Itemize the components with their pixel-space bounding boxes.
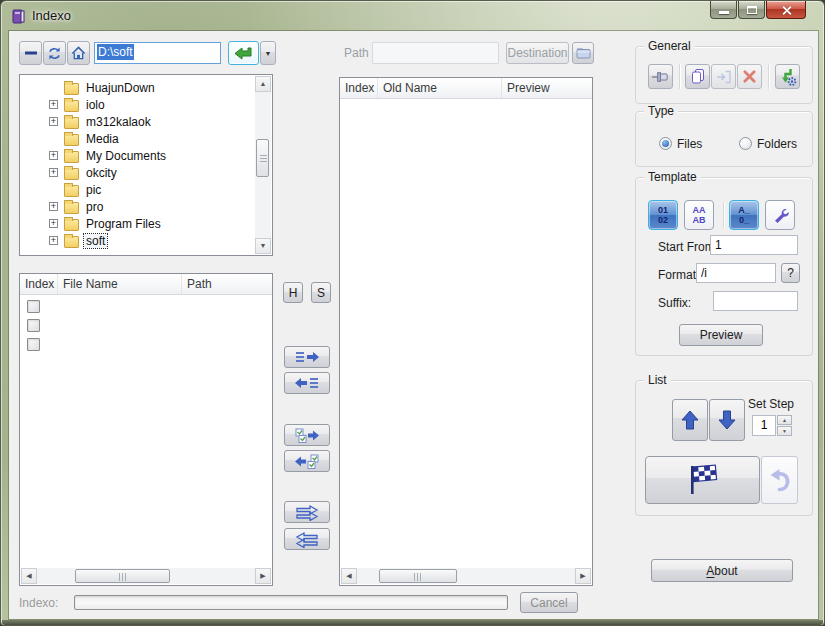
cancel-button[interactable]: Cancel <box>520 592 578 613</box>
scroll-down-arrow[interactable]: ▼ <box>255 238 271 254</box>
preview-button[interactable]: Preview <box>679 324 763 346</box>
tree-item[interactable]: + Program Files <box>20 215 254 232</box>
start-rename-button[interactable] <box>645 456 760 504</box>
pin-button[interactable] <box>648 64 673 89</box>
column-header[interactable]: Preview <box>502 78 592 98</box>
expand-plus-icon[interactable]: + <box>49 117 58 126</box>
scroll-up-arrow[interactable]: ▲ <box>255 76 271 92</box>
tree-item-label[interactable]: okcity <box>84 166 119 180</box>
column-header[interactable]: File Name <box>58 274 182 294</box>
scrollbar-thumb[interactable] <box>379 569 457 583</box>
expand-plus-icon[interactable]: + <box>49 202 58 211</box>
apply-settings-button[interactable] <box>775 64 800 89</box>
move-up-button[interactable] <box>672 399 708 441</box>
source-list-panel[interactable]: IndexFile NamePath ◀ <box>19 273 273 586</box>
tree-item-label[interactable]: iolo <box>84 98 107 112</box>
tree-item[interactable]: + soft <box>20 232 254 249</box>
scrollbar-track[interactable] <box>37 568 255 584</box>
column-header[interactable]: Path <box>182 274 272 294</box>
format-help-button[interactable]: ? <box>781 263 800 283</box>
tree-item-label[interactable]: Program Files <box>84 217 163 231</box>
address-dropdown-button[interactable]: ▼ <box>260 41 276 65</box>
files-radio[interactable] <box>659 137 672 150</box>
step-spinner[interactable]: 1 ▲ ▼ <box>752 414 792 438</box>
tree-item[interactable]: + My Documents <box>20 147 254 164</box>
folders-radio[interactable] <box>739 137 752 150</box>
format-input[interactable] <box>696 263 776 283</box>
address-input[interactable]: D:\soft <box>94 42 221 64</box>
list-item[interactable] <box>27 319 40 338</box>
import-button[interactable] <box>711 64 736 89</box>
tree-item-label[interactable]: HuajunDown <box>84 81 157 95</box>
scroll-right-arrow[interactable]: ▶ <box>255 568 271 584</box>
tree-item[interactable]: + pro <box>20 198 254 215</box>
go-button[interactable] <box>228 41 259 65</box>
refresh-button[interactable] <box>43 41 66 65</box>
browse-folder-button[interactable] <box>572 42 594 64</box>
collapse-tree-button[interactable] <box>19 41 42 65</box>
preview-list-panel[interactable]: IndexOld NamePreview ◀ ▶ <box>339 77 593 586</box>
scroll-left-arrow[interactable]: ◀ <box>341 568 357 584</box>
system-files-button[interactable]: S <box>311 282 331 303</box>
move-all-left-button[interactable] <box>284 372 330 394</box>
spinner-up-arrow[interactable]: ▲ <box>777 415 792 425</box>
scroll-right-arrow[interactable]: ▶ <box>575 568 591 584</box>
tree-item[interactable]: + pic <box>20 181 254 198</box>
swap-left-button[interactable] <box>284 528 330 550</box>
custom-template-button[interactable] <box>765 200 795 230</box>
tree-item[interactable]: + m312kalaok <box>20 113 254 130</box>
scrollbar-thumb[interactable] <box>256 139 269 177</box>
column-header[interactable]: Old Name <box>378 78 502 98</box>
column-header[interactable]: Index <box>340 78 378 98</box>
expand-plus-icon[interactable]: + <box>49 100 58 109</box>
tree-item-label[interactable]: m312kalaok <box>84 115 153 129</box>
alpha-template-button[interactable]: AA AB <box>684 200 714 230</box>
source-list-hscrollbar[interactable]: ◀ ▶ <box>21 568 271 584</box>
spinner-down-arrow[interactable]: ▼ <box>777 426 792 436</box>
step-value[interactable]: 1 <box>752 415 776 436</box>
folders-radio-label[interactable]: Folders <box>757 137 797 151</box>
copy-button[interactable] <box>685 64 710 89</box>
suffix-input[interactable] <box>713 291 798 311</box>
tree-item-label[interactable]: pic <box>84 183 103 197</box>
undo-button[interactable] <box>761 456 798 504</box>
move-all-right-button[interactable] <box>284 346 330 368</box>
delete-button[interactable] <box>737 64 762 89</box>
tree-item[interactable]: + HuajunDown <box>20 79 254 96</box>
expand-plus-icon[interactable]: + <box>49 219 58 228</box>
numeric-template-button[interactable]: 01 02 <box>648 200 678 230</box>
tree-vertical-scrollbar[interactable]: ▲ ▼ <box>255 76 271 254</box>
row-checkbox[interactable] <box>27 338 40 351</box>
tree-item[interactable]: + iolo <box>20 96 254 113</box>
preview-list-hscrollbar[interactable]: ◀ ▶ <box>341 568 591 584</box>
tree-item[interactable]: + Media <box>20 130 254 147</box>
list-item[interactable] <box>27 338 40 357</box>
move-checked-right-button[interactable] <box>284 424 330 446</box>
move-down-button[interactable] <box>709 399 745 441</box>
tree-item-label[interactable]: soft <box>84 234 107 248</box>
close-button[interactable] <box>766 1 806 19</box>
destination-button[interactable]: Destination <box>506 42 569 64</box>
files-radio-label[interactable]: Files <box>677 137 702 151</box>
tree-item[interactable]: + okcity <box>20 164 254 181</box>
maximize-button[interactable] <box>738 1 765 19</box>
list-item[interactable] <box>27 300 40 319</box>
column-header[interactable]: Index <box>20 274 58 294</box>
hidden-files-button[interactable]: H <box>283 282 303 303</box>
swap-right-button[interactable] <box>284 501 330 523</box>
tree-item-label[interactable]: My Documents <box>84 149 168 163</box>
move-checked-left-button[interactable] <box>284 450 330 472</box>
expand-plus-icon[interactable]: + <box>49 236 58 245</box>
scroll-left-arrow[interactable]: ◀ <box>21 568 37 584</box>
about-button[interactable]: About <box>651 559 793 582</box>
expand-plus-icon[interactable]: + <box>49 168 58 177</box>
start-from-input[interactable] <box>710 235 798 255</box>
folder-tree-panel[interactable]: + HuajunDown + iolo + m312kalaok <box>19 74 273 256</box>
minimize-button[interactable] <box>710 1 737 19</box>
titlebar[interactable]: Indexo <box>1 1 824 31</box>
tree-item-label[interactable]: pro <box>84 200 105 214</box>
row-checkbox[interactable] <box>27 319 40 332</box>
home-button[interactable] <box>67 41 90 65</box>
expand-plus-icon[interactable]: + <box>49 151 58 160</box>
mixed-template-button[interactable]: A_ 0_ <box>729 200 759 230</box>
